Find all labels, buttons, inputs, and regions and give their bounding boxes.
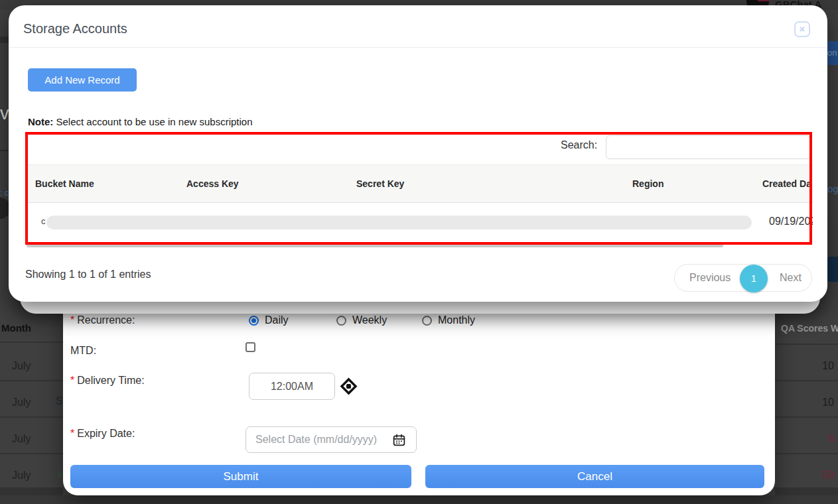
- search-input[interactable]: [606, 135, 811, 159]
- row-divider: [775, 453, 838, 454]
- radio-weekly-label[interactable]: Weekly: [352, 314, 387, 326]
- column-header-bucket-name[interactable]: Bucket Name: [35, 178, 94, 189]
- delivery-time-input[interactable]: [249, 373, 335, 400]
- qa-scores-column-header: QA Scores W: [781, 323, 838, 334]
- radio-weekly[interactable]: [336, 316, 346, 326]
- note-text: Note: Select account to be use in new su…: [28, 116, 253, 127]
- add-new-record-button[interactable]: Add New Record: [28, 68, 137, 92]
- background-strip: [775, 489, 838, 495]
- required-asterisk: *: [70, 375, 74, 386]
- column-header-created-date[interactable]: Created Da: [762, 178, 811, 189]
- row-divider: [775, 416, 838, 418]
- pagination-previous[interactable]: Previous: [689, 272, 731, 284]
- radio-daily-label[interactable]: Daily: [265, 314, 289, 326]
- delivery-time-label-text: Delivery Time:: [77, 375, 144, 386]
- background-month-table: Month July July S July July s: [0, 312, 63, 491]
- horizontal-scrollbar[interactable]: [27, 244, 723, 247]
- modal-header-divider: [9, 47, 827, 48]
- table-cell-fragment: S: [56, 395, 63, 407]
- storage-account-row[interactable]: c 09/19/202: [26, 203, 813, 240]
- cancel-button[interactable]: Cancel: [425, 465, 764, 488]
- table-row: July: [12, 360, 31, 372]
- required-asterisk: *: [70, 314, 74, 326]
- expiry-date-label-text: Expiry Date:: [77, 428, 135, 439]
- column-header-secret-key[interactable]: Secret Key: [356, 178, 404, 189]
- table-row: July: [12, 433, 31, 445]
- row-divider: [775, 380, 838, 381]
- background-qa-table: QA Scores W 10 10 6 58: [775, 312, 838, 491]
- column-header-access-key[interactable]: Access Key: [186, 178, 239, 189]
- qa-score-value: 10: [822, 397, 834, 409]
- created-date-value: 09/19/202: [769, 216, 813, 227]
- background-small-text-fragment: : c: [0, 188, 9, 198]
- modal-title: Storage Accounts: [23, 21, 127, 36]
- background-link-fragment: og: [827, 183, 838, 194]
- row-divider: [0, 342, 63, 343]
- page-root: GBChat A ve : c on og Month July July S …: [0, 0, 838, 504]
- time-picker-icon[interactable]: [340, 377, 358, 398]
- pagination-page-1[interactable]: 1: [740, 265, 768, 292]
- expiry-date-input[interactable]: [245, 426, 417, 453]
- submit-button[interactable]: Submit: [70, 465, 411, 488]
- table-row: July: [12, 470, 31, 481]
- note-label: Note:: [28, 116, 53, 127]
- radio-monthly[interactable]: [422, 316, 432, 326]
- row-divider: [0, 416, 63, 418]
- background-strip: [0, 489, 63, 495]
- row-divider: [0, 453, 63, 454]
- calendar-icon[interactable]: [392, 433, 406, 450]
- qa-score-value: 10: [822, 360, 834, 372]
- required-asterisk: *: [70, 428, 74, 439]
- note-body: Select account to be use in new subscrip…: [56, 116, 253, 127]
- search-label: Search:: [561, 139, 597, 151]
- radio-monthly-label[interactable]: Monthly: [438, 314, 475, 326]
- mtd-checkbox[interactable]: [245, 342, 255, 352]
- expiry-date-label: *Expiry Date:: [70, 428, 135, 440]
- column-header-region[interactable]: Region: [632, 178, 663, 189]
- pagination-next[interactable]: Next: [780, 272, 802, 284]
- month-column-header: Month: [1, 322, 31, 334]
- redacted-data-pill: [46, 216, 752, 229]
- background-footer-strip: [0, 495, 838, 504]
- row-divider: [775, 344, 838, 345]
- background-left-bar: [0, 36, 9, 43]
- pagination: Previous 1 Next: [674, 264, 812, 292]
- table-cell-fragment: s: [57, 468, 62, 480]
- delivery-time-label: *Delivery Time:: [70, 375, 145, 387]
- recurrence-label: *Recurrence:: [70, 314, 135, 326]
- table-row: July: [12, 397, 31, 409]
- storage-accounts-modal: Storage Accounts × Add New Record Note: …: [9, 5, 827, 302]
- background-navy-button-fragment: [826, 257, 838, 282]
- qa-score-value: 6: [828, 433, 834, 445]
- qa-score-value: 58: [822, 470, 834, 481]
- table-header-row: Bucket Name Access Key Secret Key Region…: [26, 164, 813, 203]
- recurrence-label-text: Recurrence:: [77, 314, 135, 326]
- background-button-fragment: on: [826, 41, 838, 65]
- background-divider: [0, 150, 9, 151]
- row-divider: [0, 380, 63, 381]
- close-icon[interactable]: ×: [794, 21, 810, 37]
- bucket-name-fragment: c: [41, 216, 46, 226]
- mtd-label: MTD:: [70, 345, 96, 357]
- entries-summary: Showing 1 to 1 of 1 entries: [25, 269, 151, 281]
- radio-daily[interactable]: [249, 316, 259, 326]
